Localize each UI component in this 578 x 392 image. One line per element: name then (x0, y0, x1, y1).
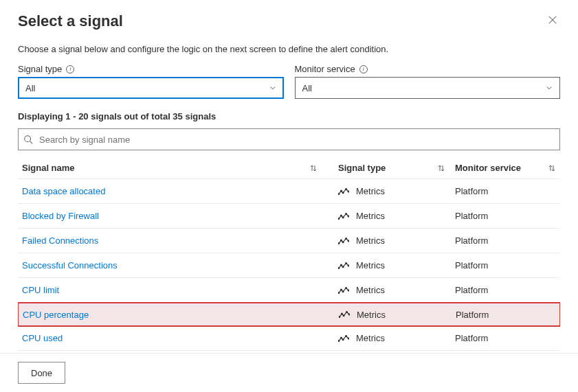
svg-point-18 (348, 240, 349, 242)
search-input[interactable] (18, 128, 560, 150)
signal-name-link[interactable]: Successful Connections (22, 260, 338, 270)
table-row[interactable]: Data space allocatedMetricsPlatform (18, 179, 560, 204)
col-monitor-service[interactable]: Monitor service (455, 163, 521, 173)
sort-icon[interactable] (309, 164, 318, 172)
signal-type-cell: Metrics (338, 285, 455, 295)
svg-point-6 (342, 192, 344, 193)
table-row[interactable]: Failed ConnectionsMetricsPlatform (18, 229, 560, 253)
metrics-icon (339, 310, 350, 319)
svg-point-7 (346, 188, 347, 189)
svg-point-4 (338, 193, 340, 194)
svg-point-29 (339, 316, 340, 318)
monitor-service-cell: Platform (455, 235, 556, 246)
signal-type-value: All (25, 83, 35, 93)
monitor-service-dropdown[interactable]: All (295, 77, 561, 99)
svg-point-32 (346, 312, 348, 313)
done-button[interactable]: Done (18, 362, 65, 384)
svg-point-33 (348, 314, 350, 315)
svg-point-22 (346, 262, 347, 264)
svg-point-38 (348, 338, 349, 339)
close-icon (548, 15, 557, 25)
metrics-icon (338, 262, 349, 270)
svg-point-12 (346, 213, 347, 214)
chevron-down-icon (546, 84, 553, 91)
svg-point-10 (341, 215, 342, 216)
info-icon[interactable]: i (359, 65, 368, 73)
monitor-service-cell: Platform (455, 186, 556, 196)
svg-point-15 (341, 240, 342, 241)
signal-name-link[interactable]: Data space allocated (22, 186, 338, 196)
signal-name-link[interactable]: Blocked by Firewall (22, 211, 338, 221)
monitor-service-cell: Platform (455, 285, 556, 295)
monitor-service-cell: Platform (455, 260, 556, 270)
signal-type-cell: Metrics (338, 235, 455, 246)
svg-point-28 (348, 290, 349, 291)
table-row[interactable]: Blocked by FirewallMetricsPlatform (18, 204, 560, 229)
signal-type-dropdown[interactable]: All (18, 77, 284, 99)
monitor-service-label: Monitor service (295, 64, 355, 74)
svg-point-2 (25, 136, 31, 142)
svg-line-3 (30, 141, 33, 144)
metrics-icon (338, 187, 349, 196)
metrics-icon (338, 212, 349, 220)
svg-point-8 (348, 191, 349, 192)
signal-name-link[interactable]: CPU percentage (23, 310, 339, 320)
col-signal-name[interactable]: Signal name (22, 163, 75, 173)
metrics-icon (338, 334, 349, 343)
signal-type-cell: Metrics (338, 333, 455, 343)
svg-point-5 (341, 190, 342, 192)
svg-point-36 (342, 338, 344, 340)
close-button[interactable] (545, 12, 560, 30)
svg-point-25 (341, 289, 342, 290)
monitor-service-cell: Platform (455, 211, 556, 221)
svg-point-27 (346, 287, 347, 288)
svg-point-13 (348, 216, 349, 217)
signal-type-cell: Metrics (338, 211, 455, 221)
signal-type-cell: Metrics (338, 186, 455, 196)
monitor-service-cell: Platform (455, 333, 556, 343)
search-icon (23, 135, 33, 144)
sort-icon[interactable] (437, 164, 445, 172)
svg-point-26 (342, 290, 344, 292)
svg-point-35 (341, 337, 342, 338)
subtitle-text: Choose a signal below and configure the … (18, 44, 560, 54)
svg-point-20 (341, 264, 342, 266)
signal-name-link[interactable]: CPU limit (22, 285, 338, 295)
signal-type-cell: Metrics (339, 310, 456, 320)
signal-name-link[interactable]: CPU used (22, 333, 338, 343)
result-count: Displaying 1 - 20 signals out of total 3… (18, 111, 560, 122)
info-icon[interactable]: i (66, 65, 74, 73)
table-row[interactable]: Successful ConnectionsMetricsPlatform (18, 253, 560, 278)
svg-point-24 (338, 292, 340, 293)
svg-point-34 (338, 340, 340, 341)
metrics-icon (338, 237, 349, 245)
svg-point-31 (343, 315, 344, 316)
monitor-service-value: All (302, 83, 312, 93)
metrics-icon (338, 286, 349, 295)
signals-table: Signal name Signal type Monitor service … (18, 157, 560, 358)
signal-type-cell: Metrics (338, 260, 455, 270)
table-row[interactable]: CPU percentageMetricsPlatform (18, 302, 560, 327)
table-row[interactable]: CPU usedMetricsPlatform (18, 326, 560, 351)
svg-point-14 (338, 242, 340, 244)
svg-point-23 (348, 265, 349, 266)
sort-icon[interactable] (548, 164, 556, 172)
svg-point-21 (342, 266, 344, 267)
signal-name-link[interactable]: Failed Connections (22, 235, 338, 246)
monitor-service-cell: Platform (456, 310, 555, 320)
svg-point-19 (338, 267, 340, 268)
table-row[interactable]: CPU limitMetricsPlatform (18, 278, 560, 303)
col-signal-type[interactable]: Signal type (338, 163, 386, 173)
svg-point-16 (342, 241, 344, 242)
svg-point-11 (342, 216, 344, 218)
chevron-down-icon (269, 84, 276, 91)
page-title: Select a signal (18, 12, 123, 30)
svg-point-17 (346, 238, 347, 239)
signal-type-label: Signal type (18, 64, 62, 74)
svg-point-30 (342, 313, 343, 314)
svg-point-9 (338, 218, 340, 219)
svg-point-37 (346, 335, 347, 336)
